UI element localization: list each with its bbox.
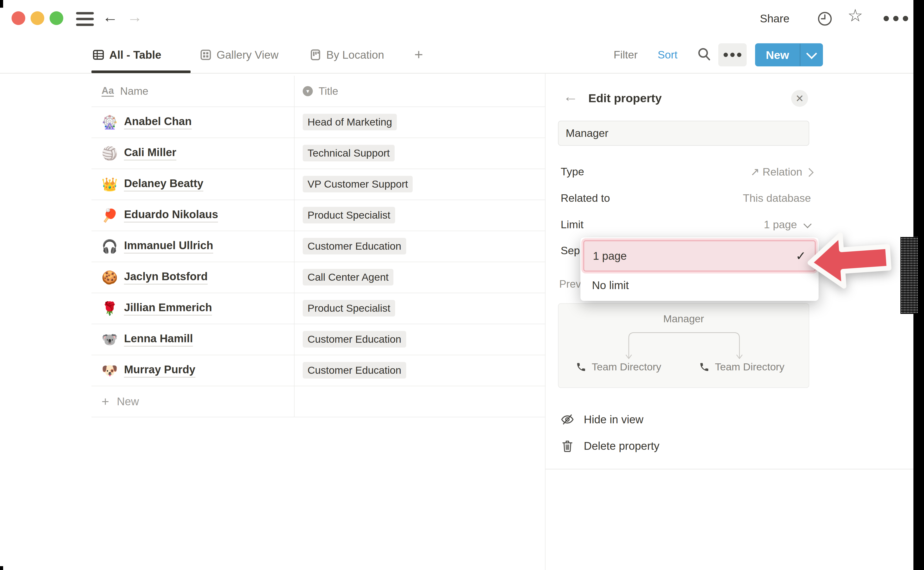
page-link[interactable]: Delaney Beatty <box>124 177 203 192</box>
column-header-name[interactable]: Aa Name <box>91 85 294 97</box>
table-row[interactable]: 🏓Eduardo Nikolaus Product Specialist <box>91 200 545 231</box>
chevron-down-icon <box>803 220 812 228</box>
new-button[interactable]: New <box>755 43 823 66</box>
select-property-icon: ▾ <box>303 86 313 96</box>
filter-button[interactable]: Filter <box>614 49 638 61</box>
trash-icon <box>561 439 574 453</box>
hide-in-view-button[interactable]: Hide in view <box>561 413 643 426</box>
panel-section-divider <box>545 469 913 469</box>
relation-connector-lines <box>625 330 743 359</box>
limit-value: 1 page <box>764 218 797 231</box>
panel-title: Edit property <box>588 91 662 105</box>
title-cell[interactable]: Product Specialist <box>294 207 395 224</box>
new-dropdown-button[interactable] <box>800 43 823 66</box>
sort-button[interactable]: Sort <box>658 49 678 61</box>
page-link[interactable]: Eduardo Nikolaus <box>124 208 218 222</box>
table-row[interactable]: 🐨Lenna Hamill Customer Education <box>91 324 545 355</box>
prop-label-separate-truncated: Sep <box>561 244 580 257</box>
select-tag: Technical Support <box>303 145 394 161</box>
new-button-label[interactable]: New <box>755 43 800 66</box>
dropdown-option-no-limit[interactable]: No limit <box>583 273 816 298</box>
dropdown-option-1-page[interactable]: 1 page ✓ <box>583 240 816 271</box>
phone-icon <box>576 362 586 372</box>
favorite-star-icon[interactable]: ☆ <box>847 7 863 24</box>
view-options-button[interactable] <box>718 43 747 66</box>
column-header-title[interactable]: ▾ Title <box>294 85 338 97</box>
page-link[interactable]: Cali Miller <box>124 146 176 161</box>
name-cell[interactable]: 🎧Immanuel Ullrich <box>91 239 294 253</box>
panel-close-button[interactable]: ✕ <box>791 90 808 107</box>
title-cell[interactable]: VP Customer Support <box>294 176 413 192</box>
table-row[interactable]: 🎧Immanuel Ullrich Customer Education <box>91 231 545 262</box>
title-cell[interactable]: Product Specialist <box>294 300 395 317</box>
delete-property-button[interactable]: Delete property <box>561 439 660 453</box>
property-name-input[interactable] <box>558 121 809 146</box>
history-clock-icon[interactable] <box>817 11 833 26</box>
page-link[interactable]: Lenna Hamill <box>124 332 193 346</box>
row-emoji-icon: 🍪 <box>101 271 118 284</box>
name-cell[interactable]: 🏐Cali Miller <box>91 146 294 161</box>
preview-section-label-truncated: Prev <box>559 278 581 290</box>
title-cell[interactable]: Customer Education <box>294 362 406 378</box>
prop-row-related[interactable]: This database <box>705 192 814 205</box>
tab-gallery-view[interactable]: Gallery View <box>200 43 278 67</box>
zoom-window-button[interactable] <box>49 11 63 25</box>
name-cell[interactable]: 🐶Murray Purdy <box>91 363 294 378</box>
related-value: This database <box>743 192 811 204</box>
name-cell[interactable]: 🌹Jillian Emmerich <box>91 301 294 316</box>
eye-off-icon <box>561 413 574 426</box>
select-tag: Customer Education <box>303 362 406 378</box>
add-view-button[interactable]: + <box>414 46 423 63</box>
preview-related-page: Team Directory <box>699 361 784 373</box>
minimize-window-button[interactable] <box>31 11 44 25</box>
checkmark-icon: ✓ <box>795 249 806 263</box>
page-link[interactable]: Murray Purdy <box>124 363 195 378</box>
page-link[interactable]: Jaclyn Botsford <box>124 270 208 285</box>
title-cell[interactable]: Technical Support <box>294 145 394 161</box>
table-row[interactable]: 🏐Cali Miller Technical Support <box>91 138 545 169</box>
share-button[interactable]: Share <box>760 12 789 25</box>
table-row[interactable]: 👑Delaney Beatty VP Customer Support <box>91 169 545 200</box>
prop-label-limit: Limit <box>561 218 583 231</box>
name-cell[interactable]: 🍪Jaclyn Botsford <box>91 270 294 285</box>
page-link[interactable]: Immanuel Ullrich <box>124 239 213 253</box>
hamburger-icon <box>76 24 94 26</box>
prop-row-type[interactable]: ↗ Relation <box>705 165 814 179</box>
nav-forward-button[interactable]: → <box>127 9 143 25</box>
table-row[interactable]: 🐶Murray Purdy Customer Education <box>91 355 545 386</box>
search-icon[interactable] <box>697 47 712 61</box>
close-window-button[interactable] <box>12 11 25 25</box>
preview-manager-label: Manager <box>559 313 809 325</box>
corner-artifact <box>0 0 3 8</box>
title-cell[interactable]: Call Center Agent <box>294 269 393 285</box>
page-link[interactable]: Anabel Chan <box>124 115 192 129</box>
select-tag: VP Customer Support <box>303 176 413 192</box>
phone-icon <box>699 362 710 372</box>
table-row[interactable]: 🌹Jillian Emmerich Product Specialist <box>91 293 545 324</box>
prop-row-limit[interactable]: 1 page <box>705 218 814 232</box>
chevron-down-icon <box>806 48 817 59</box>
annotation-arrow-left <box>803 225 897 296</box>
title-cell[interactable]: Head of Marketing <box>294 114 397 130</box>
title-cell[interactable]: Customer Education <box>294 331 406 348</box>
window-topbar: ← → Share ☆ <box>0 0 913 38</box>
tab-all-table[interactable]: All - Table <box>93 43 161 67</box>
new-row-button[interactable]: + New <box>91 386 545 417</box>
tab-by-location[interactable]: By Location <box>310 43 384 67</box>
more-ellipsis-icon[interactable] <box>883 15 909 22</box>
table-header: Aa Name ▾ Title <box>91 76 545 107</box>
name-cell[interactable]: 🏓Eduardo Nikolaus <box>91 208 294 222</box>
name-cell[interactable]: 🎡Anabel Chan <box>91 115 294 129</box>
nav-back-button[interactable]: ← <box>103 9 118 25</box>
page-link[interactable]: Jillian Emmerich <box>124 301 212 316</box>
row-emoji-icon: 🏐 <box>101 147 118 160</box>
panel-back-button[interactable]: ← <box>563 89 578 104</box>
name-cell[interactable]: 👑Delaney Beatty <box>91 177 294 192</box>
relation-value: ↗ Relation <box>751 165 802 178</box>
column-label: Name <box>120 85 148 97</box>
table-row[interactable]: 🎡Anabel Chan Head of Marketing <box>91 107 545 138</box>
name-cell[interactable]: 🐨Lenna Hamill <box>91 332 294 346</box>
title-cell[interactable]: Customer Education <box>294 238 406 254</box>
table-row[interactable]: 🍪Jaclyn Botsford Call Center Agent <box>91 262 545 293</box>
sidebar-menu-button[interactable] <box>76 12 94 26</box>
